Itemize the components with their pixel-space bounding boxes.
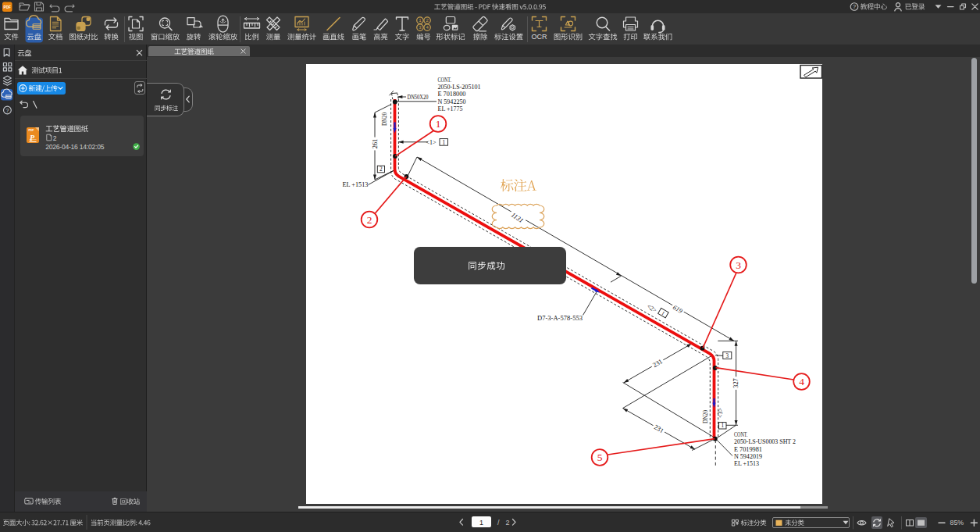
- svg-text:D7-3-A-578-553: D7-3-A-578-553: [537, 315, 583, 322]
- svg-text:1: 1: [721, 423, 724, 429]
- svg-text:327: 327: [733, 378, 740, 388]
- svg-text:5: 5: [597, 452, 603, 463]
- svg-text:1: 1: [436, 118, 441, 130]
- svg-text:2: 2: [380, 166, 383, 173]
- svg-text:EL +1513: EL +1513: [342, 181, 368, 188]
- svg-text:<1>: <1>: [426, 139, 437, 146]
- svg-text:EL +1775: EL +1775: [438, 105, 463, 112]
- svg-text:3: 3: [736, 259, 741, 271]
- svg-text:2: 2: [367, 214, 372, 226]
- svg-text:<3>: <3>: [717, 408, 724, 419]
- svg-text:DN20: DN20: [702, 410, 709, 423]
- svg-text:DN50X20: DN50X20: [408, 94, 429, 101]
- svg-text:EL +1513: EL +1513: [734, 459, 759, 467]
- svg-text:DN20: DN20: [381, 112, 388, 126]
- svg-text:1: 1: [442, 140, 445, 146]
- svg-text:261: 261: [372, 139, 379, 149]
- svg-text:4: 4: [799, 376, 804, 387]
- svg-text:3: 3: [726, 353, 729, 359]
- svg-text:<2>: <2>: [646, 303, 658, 315]
